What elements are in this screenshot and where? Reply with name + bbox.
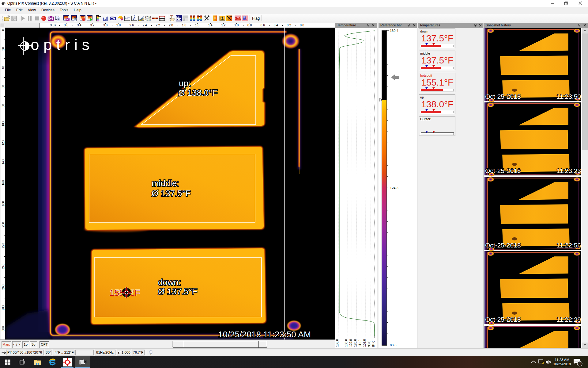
svg-text:down:: down: xyxy=(158,278,181,287)
svg-text:°F: °F xyxy=(131,288,140,298)
svg-text:11:22:56: 11:22:56 xyxy=(556,242,581,249)
svg-text:Flag: Flag xyxy=(252,16,260,21)
svg-text:up:: up: xyxy=(179,79,191,88)
svg-text:Ø 137.5°F: Ø 137.5°F xyxy=(158,287,197,296)
svg-text:111.0: 111.0 xyxy=(358,339,362,347)
svg-text:124.3: 124.3 xyxy=(390,186,398,190)
svg-text:Oct-25-2018: Oct-25-2018 xyxy=(485,93,521,100)
svg-text:Oct-25-2018: Oct-25-2018 xyxy=(485,167,521,174)
svg-text:160.4: 160.4 xyxy=(390,29,398,33)
svg-text:11:22:29: 11:22:29 xyxy=(556,316,581,323)
svg-text:Sub: Sub xyxy=(235,17,241,20)
svg-text:129.0: 129.0 xyxy=(349,339,352,347)
svg-text:138.0: 138.0 xyxy=(345,339,348,347)
svg-text:155.0: 155.0 xyxy=(336,339,339,347)
svg-text:Oct-25-2018: Oct-25-2018 xyxy=(485,316,521,323)
svg-text:84.0: 84.0 xyxy=(372,341,375,347)
svg-text:93.0: 93.0 xyxy=(368,341,371,347)
svg-text:b: b xyxy=(245,17,247,21)
svg-text:Ø 137.5°F: Ø 137.5°F xyxy=(152,189,191,198)
svg-text:1: 1 xyxy=(579,362,581,366)
svg-text:88.3: 88.3 xyxy=(390,343,396,347)
svg-text:optris: optris xyxy=(31,36,94,53)
svg-text:120.0: 120.0 xyxy=(354,339,357,347)
svg-text:11:23:50: 11:23:50 xyxy=(556,93,581,100)
svg-text:41:10: 41:10 xyxy=(145,18,151,21)
svg-text:middle:: middle: xyxy=(152,178,179,188)
svg-text:11:23:23: 11:23:23 xyxy=(556,167,581,174)
svg-text:27:18: 27:18 xyxy=(145,16,151,18)
svg-text:102.0: 102.0 xyxy=(363,339,366,347)
svg-text:Oct-25-2018: Oct-25-2018 xyxy=(485,242,521,249)
svg-text:Ø 138.0°F: Ø 138.0°F xyxy=(178,88,217,98)
svg-text:10/25/2018 11:23:50 AM: 10/25/2018 11:23:50 AM xyxy=(218,330,311,339)
